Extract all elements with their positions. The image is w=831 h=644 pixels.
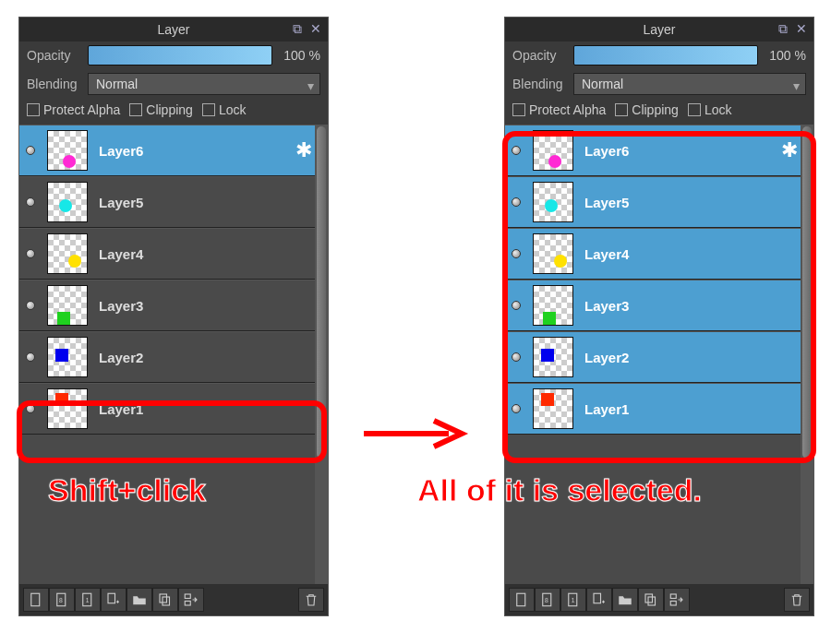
visibility-toggle[interactable]	[19, 299, 42, 313]
visibility-toggle[interactable]	[505, 247, 527, 261]
layer-item[interactable]: Layer1	[505, 383, 801, 435]
gear-icon[interactable]: ✱	[778, 138, 801, 162]
layer-toolbar: 81	[19, 584, 328, 615]
layer-item[interactable]: Layer1	[19, 383, 315, 435]
clipping-checkbox[interactable]: Clipping	[129, 102, 193, 117]
new-layer-icon[interactable]	[23, 588, 49, 612]
layer-thumbnail	[533, 182, 573, 222]
gear-icon[interactable]: ✱	[293, 138, 315, 162]
layer-item[interactable]: Layer3	[19, 280, 315, 331]
layer-item[interactable]: Layer6✱	[19, 125, 315, 176]
layer-thumbnail	[47, 337, 88, 377]
duplicate-icon[interactable]	[638, 588, 664, 612]
blending-row: Blending Normal	[19, 69, 328, 99]
scroll-thumb[interactable]	[317, 126, 326, 459]
layer-area: Layer6✱Layer5Layer4Layer3Layer2Layer1	[505, 125, 813, 584]
scrollbar[interactable]	[801, 125, 813, 584]
layer-thumbnail	[533, 337, 573, 377]
panel-titlebar: Layer ⧉ ✕	[505, 18, 813, 42]
layer-name: Layer1	[579, 401, 801, 417]
duplicate-icon[interactable]	[152, 588, 178, 612]
add-special-icon[interactable]	[101, 588, 126, 612]
visibility-toggle[interactable]	[505, 144, 527, 158]
option-check-row: Protect Alpha Clipping Lock	[19, 99, 328, 125]
layer-thumbnail	[533, 130, 573, 171]
delete-icon[interactable]	[784, 588, 810, 612]
layer-thumbnail	[533, 285, 573, 326]
protect-alpha-checkbox[interactable]: Protect Alpha	[512, 102, 606, 117]
svg-rect-6	[160, 594, 167, 602]
visibility-toggle[interactable]	[19, 196, 42, 209]
opacity-slider[interactable]	[573, 45, 758, 66]
opacity-value: 100 %	[280, 48, 320, 63]
layer-name: Layer6	[579, 143, 778, 159]
svg-rect-9	[185, 602, 190, 606]
svg-rect-15	[594, 593, 601, 603]
protect-alpha-checkbox[interactable]: Protect Alpha	[27, 102, 120, 117]
add-special-icon[interactable]	[586, 588, 612, 612]
new-1bit-icon[interactable]: 1	[75, 588, 101, 612]
layer-item[interactable]: Layer5	[19, 176, 315, 228]
arrow-icon	[360, 415, 471, 452]
close-icon[interactable]: ✕	[793, 20, 810, 37]
blending-select[interactable]: Normal	[573, 73, 806, 95]
visibility-toggle[interactable]	[505, 196, 527, 209]
visibility-toggle[interactable]	[19, 351, 42, 364]
layer-item[interactable]: Layer2	[505, 331, 801, 383]
svg-rect-16	[645, 594, 653, 602]
merge-icon[interactable]	[178, 588, 204, 612]
layer-item[interactable]: Layer4	[505, 228, 801, 280]
blending-select[interactable]: Normal	[88, 73, 320, 95]
lock-checkbox[interactable]: Lock	[202, 102, 247, 117]
clipping-checkbox[interactable]: Clipping	[615, 102, 679, 117]
close-icon[interactable]: ✕	[307, 20, 324, 37]
new-folder-icon[interactable]	[126, 588, 152, 612]
opacity-value: 100 %	[765, 48, 806, 63]
svg-rect-0	[31, 593, 40, 606]
visibility-toggle[interactable]	[19, 144, 42, 158]
new-1bit-icon[interactable]: 1	[560, 588, 586, 612]
merge-icon[interactable]	[664, 588, 690, 612]
layer-item[interactable]: Layer4	[19, 228, 315, 280]
layer-name: Layer4	[579, 246, 801, 262]
new-layer-icon[interactable]	[509, 588, 535, 612]
panel-title: Layer	[643, 22, 675, 37]
visibility-toggle[interactable]	[505, 299, 527, 313]
opacity-slider[interactable]	[88, 45, 272, 66]
new-8bit-icon[interactable]: 8	[535, 588, 560, 612]
layer-list: Layer6✱Layer5Layer4Layer3Layer2Layer1	[19, 125, 315, 584]
layer-thumbnail	[47, 388, 88, 429]
svg-rect-7	[163, 597, 170, 605]
layer-thumbnail	[533, 233, 573, 274]
delete-icon[interactable]	[298, 588, 324, 612]
detach-icon[interactable]: ⧉	[289, 20, 306, 37]
layer-panel-before: Layer ⧉ ✕ Opacity 100 % Blending Normal …	[18, 17, 329, 616]
panel-title: Layer	[157, 22, 189, 37]
scrollbar[interactable]	[315, 125, 328, 584]
detach-icon[interactable]: ⧉	[775, 20, 791, 37]
layer-item[interactable]: Layer2	[19, 331, 315, 383]
layer-item[interactable]: Layer5	[505, 176, 801, 228]
visibility-toggle[interactable]	[19, 402, 42, 416]
visibility-toggle[interactable]	[19, 247, 42, 261]
layer-name: Layer2	[93, 350, 315, 365]
layer-item[interactable]: Layer6✱	[505, 125, 801, 176]
layer-name: Layer4	[93, 246, 315, 262]
layer-name: Layer3	[93, 298, 315, 314]
svg-rect-10	[517, 593, 525, 606]
visibility-toggle[interactable]	[505, 402, 527, 416]
layer-thumbnail	[47, 182, 88, 222]
annotation-text-right: All of it is selected.	[417, 472, 702, 508]
new-8bit-icon[interactable]: 8	[49, 588, 75, 612]
new-folder-icon[interactable]	[612, 588, 638, 612]
visibility-toggle[interactable]	[505, 351, 527, 364]
layer-item[interactable]: Layer3	[505, 280, 801, 331]
layer-list: Layer6✱Layer5Layer4Layer3Layer2Layer1	[505, 125, 801, 584]
lock-checkbox[interactable]: Lock	[688, 102, 732, 117]
layer-thumbnail	[47, 285, 88, 326]
blending-row: Blending Normal	[505, 69, 813, 99]
scroll-thumb[interactable]	[802, 126, 812, 459]
svg-text:1: 1	[572, 597, 575, 603]
svg-rect-8	[185, 594, 190, 599]
layer-name: Layer5	[93, 195, 315, 210]
